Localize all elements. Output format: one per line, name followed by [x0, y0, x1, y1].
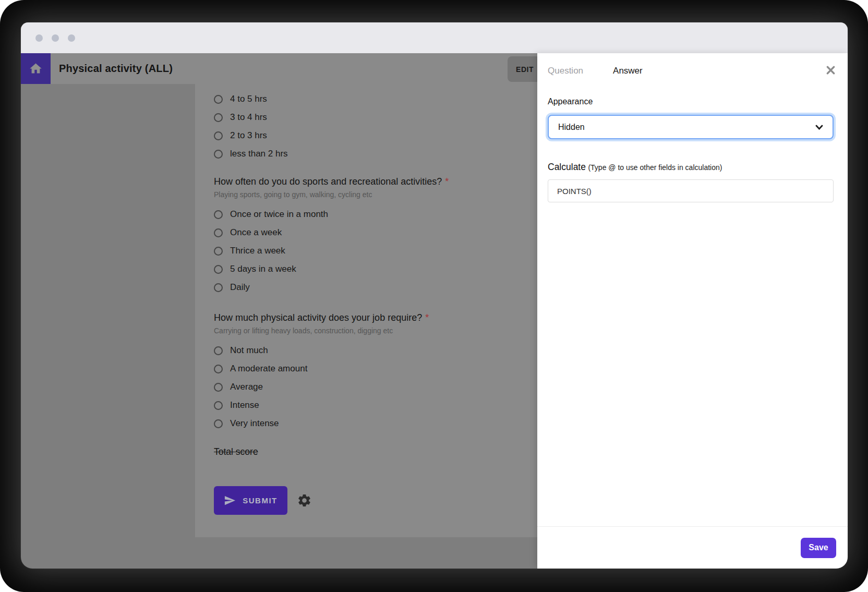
total-score-label: Total score	[214, 446, 560, 457]
radio-option-label: 2 to 3 hrs	[230, 130, 267, 141]
settings-gear-icon[interactable]	[297, 493, 312, 508]
question-list: How often do you do sports and recreatio…	[214, 176, 560, 430]
radio-button[interactable]	[214, 346, 223, 355]
radio-option-label: Intense	[230, 400, 259, 410]
browser-window: Physical activity (ALL) EDIT 4 to 5 hrs3…	[21, 22, 848, 569]
radio-option-row: 3 to 4 hrs	[214, 111, 560, 124]
radio-button[interactable]	[214, 383, 223, 392]
radio-option-label: Once or twice in a month	[230, 209, 328, 220]
calculate-input[interactable]	[548, 179, 834, 202]
drawer-footer: Save	[537, 526, 848, 569]
radio-button[interactable]	[214, 113, 223, 122]
required-marker: *	[445, 176, 449, 187]
question-title: How often do you do sports and recreatio…	[214, 176, 560, 187]
question-block: How often do you do sports and recreatio…	[214, 176, 560, 294]
home-icon	[29, 62, 43, 76]
calculate-label-row: Calculate (Type @ to use other fields in…	[548, 162, 834, 173]
radio-button[interactable]	[214, 247, 223, 256]
save-button[interactable]: Save	[801, 538, 836, 558]
window-dot-minimize[interactable]	[52, 34, 59, 42]
radio-option-row: 2 to 3 hrs	[214, 129, 560, 142]
radio-button[interactable]	[214, 210, 223, 219]
tab-question[interactable]: Question	[548, 66, 583, 76]
radio-button[interactable]	[214, 265, 223, 274]
radio-option-row: less than 2 hrs	[214, 148, 560, 160]
radio-option-row: Thrice a week	[214, 245, 560, 257]
radio-option-label: Daily	[230, 282, 250, 293]
radio-option-label: A moderate amount	[230, 364, 307, 374]
window-titlebar	[21, 22, 848, 53]
calculate-label: Calculate	[548, 162, 586, 172]
radio-option-row: Once a week	[214, 226, 560, 239]
radio-button[interactable]	[214, 95, 223, 104]
radio-button[interactable]	[214, 150, 223, 159]
radio-option-label: 4 to 5 hrs	[230, 94, 267, 104]
radio-option-label: Very intense	[230, 418, 279, 429]
drawer-tabs: Question Answer	[548, 53, 834, 76]
appearance-label: Appearance	[548, 97, 834, 106]
radio-button[interactable]	[214, 131, 223, 140]
radio-option-label: Not much	[230, 345, 268, 356]
question-hint: Playing sports, going to gym, walking, c…	[214, 190, 560, 199]
question-title: How much physical activity does your job…	[214, 312, 560, 323]
window-dot-close[interactable]	[35, 34, 43, 42]
radio-option-label: Average	[230, 382, 263, 392]
radio-option-row: Intense	[214, 399, 560, 412]
radio-option-row: Not much	[214, 344, 560, 357]
radio-option-label: 3 to 4 hrs	[230, 112, 267, 123]
radio-option-row: Daily	[214, 281, 560, 294]
radio-option-row: A moderate amount	[214, 363, 560, 375]
home-button[interactable]	[21, 53, 51, 84]
question-hint: Carrying or lifting heavy loads, constru…	[214, 327, 560, 335]
settings-drawer: Question Answer Appearance Hidden Calcul…	[537, 53, 848, 569]
chevron-down-icon	[815, 125, 823, 130]
radio-button[interactable]	[214, 401, 223, 410]
required-marker: *	[425, 312, 429, 323]
radio-option-label: Thrice a week	[230, 246, 285, 256]
send-icon	[224, 494, 236, 506]
radio-button[interactable]	[214, 228, 223, 237]
form-card: 4 to 5 hrs3 to 4 hrs2 to 3 hrsless than …	[195, 84, 560, 537]
device-frame: Physical activity (ALL) EDIT 4 to 5 hrs3…	[0, 0, 868, 592]
radio-button[interactable]	[214, 283, 223, 292]
radio-option-label: 5 days in a week	[230, 264, 296, 274]
radio-option-row: Average	[214, 381, 560, 393]
submit-button[interactable]: SUBMIT	[214, 486, 287, 515]
radio-group-hours: 4 to 5 hrs3 to 4 hrs2 to 3 hrsless than …	[214, 93, 560, 160]
radio-group: Not muchA moderate amountAverageIntenseV…	[214, 344, 560, 430]
window-dot-maximize[interactable]	[68, 34, 75, 42]
close-icon[interactable]	[826, 65, 836, 75]
tab-answer[interactable]: Answer	[613, 66, 643, 76]
page-title: Physical activity (ALL)	[59, 63, 173, 75]
radio-group: Once or twice in a monthOnce a weekThric…	[214, 208, 560, 294]
question-block: How much physical activity does your job…	[214, 312, 560, 430]
appearance-selected-value: Hidden	[558, 123, 585, 132]
calculate-hint: (Type @ to use other fields in calculati…	[588, 163, 722, 172]
radio-option-row: 5 days in a week	[214, 263, 560, 275]
radio-option-label: Once a week	[230, 227, 282, 238]
submit-label: SUBMIT	[243, 496, 278, 505]
radio-option-row: Very intense	[214, 417, 560, 430]
radio-button[interactable]	[214, 419, 223, 428]
radio-button[interactable]	[214, 365, 223, 373]
radio-option-row: 4 to 5 hrs	[214, 93, 560, 105]
radio-option-label: less than 2 hrs	[230, 149, 288, 159]
radio-option-row: Once or twice in a month	[214, 208, 560, 221]
submit-row: SUBMIT	[214, 486, 560, 515]
appearance-select[interactable]: Hidden	[548, 115, 834, 139]
